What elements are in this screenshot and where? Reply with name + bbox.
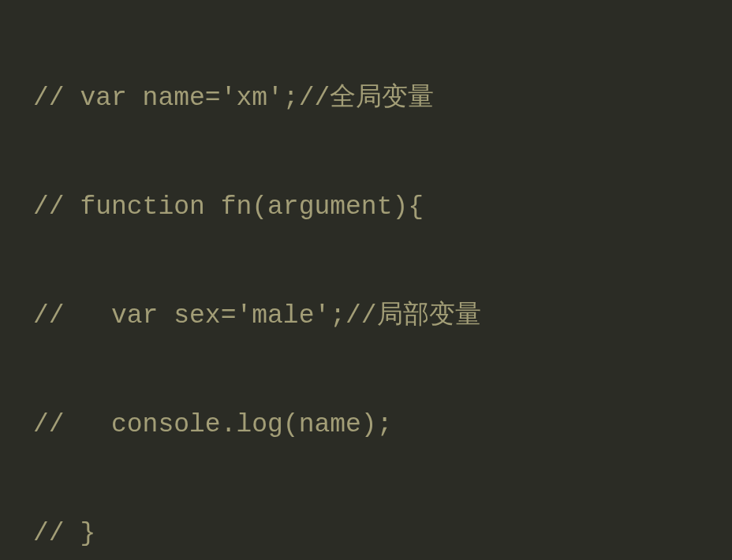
code-line[interactable]: // }: [33, 516, 732, 552]
code-editor[interactable]: // var name='xm';//全局变量 // function fn(a…: [0, 0, 732, 560]
code-line[interactable]: // function fn(argument){: [33, 189, 732, 226]
code-line[interactable]: // console.log(name);: [33, 407, 732, 443]
code-line[interactable]: // var name='xm';//全局变量: [33, 80, 732, 117]
code-line[interactable]: // var sex='male';//局部变量: [33, 298, 732, 334]
